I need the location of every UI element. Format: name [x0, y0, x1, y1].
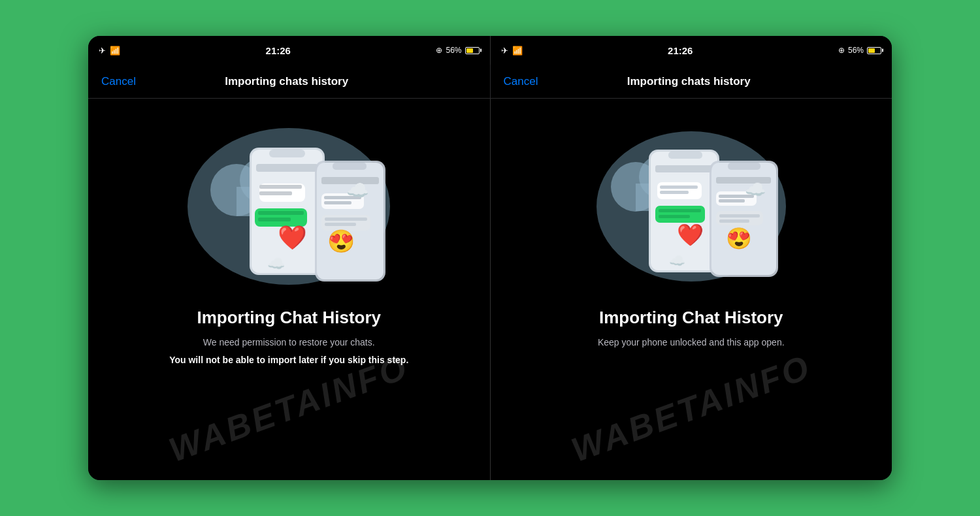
svg-rect-39 [660, 185, 698, 189]
svg-text:❤️: ❤️ [676, 222, 704, 248]
svg-rect-14 [258, 218, 291, 221]
battery-icon-right [867, 47, 881, 54]
location-icon-right: ⊕ [838, 46, 845, 55]
nav-bar-row: Cancel Importing chats history Cancel Im… [88, 65, 892, 99]
screen-panel-right: ❤️ ☁️ ☁️ 😍 Importing Chat History Keep y… [491, 99, 892, 480]
svg-text:😍: 😍 [327, 228, 355, 255]
svg-rect-46 [728, 163, 760, 170]
airplane-mode-icon: ✈ [99, 46, 106, 56]
airplane-mode-icon-right: ✈ [501, 46, 508, 56]
svg-text:☁️: ☁️ [745, 179, 766, 200]
svg-rect-8 [256, 164, 318, 172]
svg-rect-52 [719, 214, 760, 218]
status-right-icons-right: ⊕ 56% [838, 46, 881, 55]
time-right: 21:26 [523, 45, 838, 56]
battery-percent-left: 56% [446, 46, 461, 55]
status-bar-left: ✈ 📶 21:26 ⊕ 56% [88, 36, 491, 65]
svg-rect-10 [259, 185, 302, 189]
svg-rect-41 [655, 206, 705, 223]
svg-rect-37 [655, 165, 713, 172]
illustration-left: ❤️ ☁️ ☁️ 😍 [178, 112, 400, 295]
watermark-right: WABETAINFO [566, 347, 816, 470]
svg-text:☁️: ☁️ [668, 253, 685, 268]
svg-text:☁️: ☁️ [267, 255, 286, 272]
svg-rect-43 [659, 215, 690, 218]
wifi-icon: 📶 [110, 46, 120, 56]
svg-rect-13 [258, 211, 304, 215]
status-icons-right-panel: ✈ 📶 [501, 46, 523, 56]
svg-rect-23 [325, 218, 367, 221]
illustration-right: ❤️ ☁️ ☁️ 😍 [580, 112, 802, 295]
svg-rect-11 [259, 191, 292, 195]
svg-text:❤️: ❤️ [278, 223, 307, 251]
status-right-icons-left: ⊕ 56% [436, 46, 479, 55]
svg-text:☁️: ☁️ [346, 180, 369, 201]
screen-panel-left: ❤️ ☁️ ☁️ 😍 Importing Chat History We nee… [88, 99, 491, 480]
main-title-right: Importing Chat History [599, 308, 783, 328]
content-area: ❤️ ☁️ ☁️ 😍 Importing Chat History We nee… [88, 99, 892, 480]
svg-rect-36 [668, 152, 702, 159]
description-left: We need permission to restore your chats… [203, 336, 375, 349]
svg-rect-7 [269, 150, 305, 157]
svg-rect-40 [660, 191, 689, 194]
location-icon: ⊕ [436, 46, 442, 55]
nav-bar-left: Cancel Importing chats history [88, 65, 491, 98]
time-left: 21:26 [120, 45, 436, 56]
wifi-icon-right: 📶 [512, 46, 523, 56]
status-icons-left: ✈ 📶 [99, 46, 120, 56]
svg-rect-53 [719, 219, 749, 223]
nav-bar-right: Cancel Importing chats history [491, 65, 892, 98]
svg-rect-42 [659, 209, 701, 212]
svg-rect-17 [333, 163, 367, 170]
cancel-button-left[interactable]: Cancel [101, 75, 136, 88]
description-bold-left: You will not be able to import later if … [169, 353, 408, 367]
status-bar-row: ✈ 📶 21:26 ⊕ 56% ✈ 📶 21:26 ⊕ 56% [88, 36, 892, 65]
cancel-button-right[interactable]: Cancel [504, 75, 538, 88]
status-bar-right: ✈ 📶 21:26 ⊕ 56% [491, 36, 892, 65]
svg-rect-24 [325, 223, 356, 226]
battery-icon-left [465, 47, 480, 54]
main-title-left: Importing Chat History [197, 308, 381, 328]
svg-rect-21 [324, 201, 351, 204]
svg-rect-50 [719, 199, 745, 202]
svg-rect-51 [716, 211, 763, 225]
nav-title-left: Importing chats history [136, 75, 438, 88]
svg-text:😍: 😍 [726, 226, 752, 251]
description-right: Keep your phone unlocked and this app op… [598, 336, 785, 349]
device-frame: ✈ 📶 21:26 ⊕ 56% ✈ 📶 21:26 ⊕ 56% [88, 36, 892, 480]
nav-title-right: Importing chats history [538, 75, 840, 88]
battery-percent-right: 56% [848, 46, 864, 55]
